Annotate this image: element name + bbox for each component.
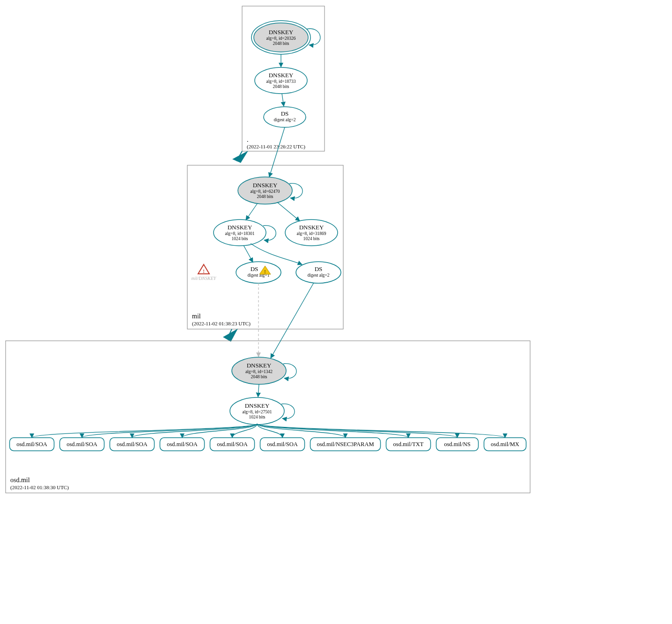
edge	[282, 94, 284, 106]
svg-text:DNSKEY: DNSKEY	[253, 182, 278, 189]
svg-text:!: !	[203, 268, 205, 274]
rrset-label: osd.mil/SOA	[16, 441, 47, 448]
rrset-label: osd.mil/SOA	[167, 441, 198, 448]
svg-text:2048 bits: 2048 bits	[257, 194, 273, 199]
node-root-zsk: DNSKEY alg=8, id=18733 2048 bits	[255, 67, 307, 94]
edge	[258, 384, 259, 397]
svg-text:DS: DS	[251, 265, 258, 272]
svg-text:1024 bits: 1024 bits	[303, 236, 319, 241]
node-root-ksk: DNSKEY alg=8, id=20326 2048 bits	[251, 21, 320, 54]
zone-root-label: .	[247, 136, 249, 143]
dnssec-graph: . (2022-11-01 23:26:22 UTC) DNSKEY alg=8…	[0, 0, 672, 624]
zone-mil-sublabel: (2022-11-02 01:38:23 UTC)	[192, 321, 251, 327]
svg-text:DS: DS	[315, 265, 323, 272]
node-osd-zsk: DNSKEY alg=8, id=27501 1024 bits	[230, 397, 295, 425]
svg-text:DNSKEY: DNSKEY	[299, 224, 324, 231]
zone-root-sublabel: (2022-11-01 23:26:22 UTC)	[247, 144, 305, 150]
rrset-leaves: osd.mil/SOAosd.mil/SOAosd.mil/SOAosd.mil…	[10, 424, 526, 451]
zone-osd-sublabel: (2022-11-02 01:38:30 UTC)	[10, 485, 69, 491]
edge	[257, 424, 458, 438]
svg-text:2048 bits: 2048 bits	[273, 41, 289, 46]
rrset-label: osd.mil/SOA	[66, 441, 97, 448]
svg-text:alg=8, id=18733: alg=8, id=18733	[266, 79, 296, 84]
svg-text:DNSKEY: DNSKEY	[228, 224, 252, 231]
svg-text:2048 bits: 2048 bits	[273, 84, 289, 89]
node-mil-zsk2: DNSKEY alg=8, id=31869 1024 bits	[285, 220, 338, 246]
svg-text:digest alg=2: digest alg=2	[274, 117, 296, 122]
svg-text:DNSKEY: DNSKEY	[245, 402, 270, 409]
svg-text:2048 bits: 2048 bits	[251, 374, 267, 379]
node-mil-ds1: DS digest alg=1 !	[236, 262, 281, 283]
rrset-label: osd.mil/SOA	[267, 441, 298, 448]
zone-osd-label: osd.mil	[10, 477, 30, 484]
svg-text:alg=8, id=31869: alg=8, id=31869	[297, 231, 326, 236]
rrset-label: osd.mil/NSEC3PARAM	[317, 441, 374, 448]
edge	[277, 202, 300, 221]
edge	[32, 424, 257, 438]
edge	[269, 127, 285, 177]
svg-text:alg=8, id=27501: alg=8, id=27501	[243, 410, 272, 414]
delegation-arrow	[232, 151, 248, 163]
svg-text:alg=8, id=62470: alg=8, id=62470	[251, 189, 280, 194]
rrset-label: osd.mil/NS	[444, 441, 471, 448]
svg-text:!: !	[264, 269, 266, 274]
svg-text:alg=8, id=1342: alg=8, id=1342	[245, 369, 273, 374]
svg-text:1024 bits: 1024 bits	[231, 236, 248, 241]
edge	[251, 243, 302, 264]
delegation-arrow	[223, 329, 238, 342]
svg-point-31	[296, 262, 341, 283]
svg-text:DNSKEY: DNSKEY	[247, 362, 272, 369]
edge	[257, 424, 505, 438]
node-root-ds: DS digest alg=2	[264, 107, 306, 127]
edge	[82, 424, 257, 438]
rrset-label: osd.mil/SOA	[117, 441, 148, 448]
rrset-label: osd.mil/TXT	[393, 441, 424, 448]
node-mil-dnskey-warning: ! mil/DNSKEY	[192, 264, 217, 281]
svg-text:mil/DNSKEY: mil/DNSKEY	[192, 276, 217, 281]
zone-mil-label: mil	[192, 313, 201, 320]
rrset-label: osd.mil/MX	[491, 441, 519, 448]
node-mil-ksk: DNSKEY alg=8, id=62470 2048 bits	[238, 177, 303, 204]
edge	[244, 245, 253, 262]
node-osd-ksk: DNSKEY alg=8, id=1342 2048 bits	[232, 357, 296, 384]
rrset-label: osd.mil/SOA	[217, 441, 248, 448]
node-mil-zsk: DNSKEY alg=8, id=18301 1024 bits	[214, 220, 276, 246]
edge	[246, 203, 258, 220]
svg-text:DNSKEY: DNSKEY	[269, 72, 294, 79]
edge	[271, 283, 314, 358]
svg-text:alg=8, id=18301: alg=8, id=18301	[225, 231, 255, 236]
svg-text:digest alg=2: digest alg=2	[308, 273, 330, 278]
node-mil-ds2: DS digest alg=2	[296, 262, 341, 283]
svg-text:alg=8, id=20326: alg=8, id=20326	[266, 36, 296, 41]
svg-point-27	[236, 262, 281, 283]
svg-text:DNSKEY: DNSKEY	[269, 29, 294, 36]
svg-text:DS: DS	[281, 110, 289, 117]
svg-text:1024 bits: 1024 bits	[249, 415, 265, 419]
